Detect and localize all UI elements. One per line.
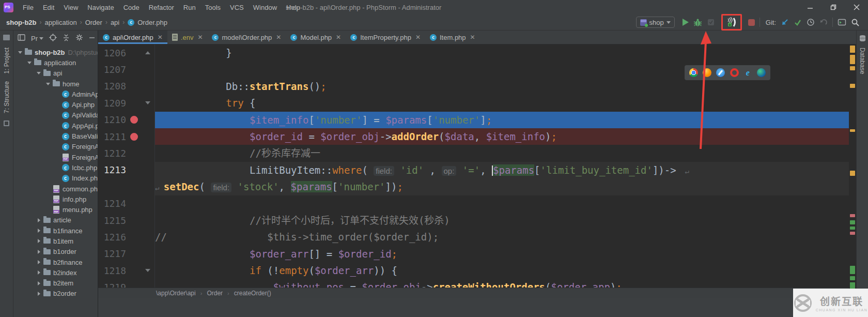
tool-tab-database[interactable]: Database xyxy=(859,48,866,74)
code-line[interactable]: 1214 xyxy=(98,195,856,212)
close-icon[interactable]: ✕ xyxy=(158,34,163,41)
breadcrumb-item[interactable]: Order.php xyxy=(137,19,167,26)
fold-gutter[interactable] xyxy=(142,269,154,272)
history-icon[interactable] xyxy=(807,18,815,26)
tree-item-adminapi[interactable]: cAdminApi xyxy=(13,89,98,99)
code-line[interactable]: 1212 //秒杀库存减一 xyxy=(98,145,856,161)
tree-item-home[interactable]: home xyxy=(13,79,98,89)
commit-tool-icon[interactable] xyxy=(4,120,9,126)
error-stripe-mark[interactable] xyxy=(850,84,855,88)
menu-window[interactable]: Window xyxy=(249,0,282,14)
tree-expand-arrow[interactable] xyxy=(35,229,42,233)
code-line[interactable]: 1217 $order_arr[] = $order_id; xyxy=(98,246,856,262)
tree-item-index-php[interactable]: cIndex.php xyxy=(13,173,98,184)
close-button[interactable] xyxy=(845,0,868,14)
ie-icon[interactable]: e xyxy=(743,68,752,77)
tree-item-api[interactable]: api xyxy=(13,68,98,79)
tree-item-basevalida[interactable]: cBaseValida xyxy=(13,131,98,141)
tree-expand-arrow[interactable] xyxy=(35,218,42,222)
project-tool-icon[interactable] xyxy=(3,35,10,40)
safari-icon[interactable] xyxy=(716,68,725,77)
editor-tab[interactable]: .env✕ xyxy=(167,31,208,44)
code-editor[interactable]: 1206 }12071208 Db::startTrans();1209 try… xyxy=(98,44,856,288)
tree-expand-arrow[interactable] xyxy=(35,260,42,264)
edge-icon[interactable] xyxy=(757,68,766,77)
editor-tab[interactable]: cItem.php✕ xyxy=(425,31,480,44)
settings-gear-icon[interactable] xyxy=(75,34,83,43)
code-line[interactable]: ↵ setDec( field: 'stock', $params['numbe… xyxy=(98,178,856,195)
tree-item-api-php[interactable]: cApi.php xyxy=(13,99,98,110)
breadcrumb-item[interactable]: application xyxy=(45,19,77,26)
minimize-button[interactable] xyxy=(798,0,822,14)
tree-expand-arrow[interactable] xyxy=(44,83,52,85)
menu-navigate[interactable]: Navigate xyxy=(83,0,118,14)
tree-expand-arrow[interactable] xyxy=(17,51,24,54)
tree-item-shop-b2b[interactable]: shop-b2bD:\phpstudy xyxy=(13,47,98,57)
menu-view[interactable]: View xyxy=(59,0,83,14)
debug-button[interactable] xyxy=(693,18,702,27)
locate-file-icon[interactable] xyxy=(49,34,57,43)
error-stripe-mark[interactable] xyxy=(850,220,855,224)
error-stripe-mark[interactable] xyxy=(850,214,855,217)
fold-gutter[interactable] xyxy=(142,51,154,54)
tree-item-foreignap[interactable]: cForeignAp xyxy=(13,142,98,152)
code-line[interactable]: 1206 } xyxy=(98,44,856,61)
run-config-selector[interactable]: shop xyxy=(636,17,675,28)
menu-code[interactable]: Code xyxy=(119,0,144,14)
stop-button[interactable] xyxy=(748,19,755,26)
tree-item-info-php[interactable]: info.php xyxy=(13,194,98,204)
menu-edit[interactable]: Edit xyxy=(38,0,59,14)
tree-expand-arrow[interactable] xyxy=(35,292,42,296)
rollback-icon[interactable] xyxy=(819,18,828,26)
error-stripe-mark[interactable] xyxy=(850,129,855,132)
code-line[interactable]: 1211 $order_id = $order_obj->addOrder($d… xyxy=(98,128,856,145)
editor-breadcrumb-item[interactable]: createOrder() xyxy=(234,290,271,297)
error-stripe-mark[interactable] xyxy=(850,227,855,230)
hide-panel-icon[interactable] xyxy=(89,35,95,42)
tree-item-b1order[interactable]: b1order xyxy=(13,247,98,257)
tool-tab-structure[interactable]: 7: Structure xyxy=(3,81,10,113)
tree-expand-arrow[interactable] xyxy=(26,62,33,64)
menu-vcs[interactable]: VCS xyxy=(225,0,249,14)
git-commit-button[interactable] xyxy=(794,18,802,26)
collapse-all-icon[interactable] xyxy=(63,34,70,43)
tree-item-b1finance[interactable]: b1finance xyxy=(13,225,98,236)
error-stripe-mark[interactable] xyxy=(850,55,855,64)
editor-tab[interactable]: capi\Order.php✕ xyxy=(98,31,167,44)
database-icon[interactable] xyxy=(859,35,866,44)
editor-tab[interactable]: cModel.php✕ xyxy=(286,31,346,44)
error-stripe-mark[interactable] xyxy=(850,171,855,176)
editor-breadcrumb-item[interactable]: \app\Order\api xyxy=(156,290,196,297)
close-icon[interactable]: ✕ xyxy=(197,34,203,41)
tree-expand-arrow[interactable] xyxy=(35,72,42,74)
project-view-selector[interactable]: Pr xyxy=(31,35,43,42)
chrome-icon[interactable] xyxy=(689,68,698,77)
breadcrumb-item[interactable]: api xyxy=(111,19,119,26)
code-line[interactable]: 1210 $item_info['number'] = $params['num… xyxy=(98,112,856,128)
error-stripe-mark[interactable] xyxy=(850,276,855,280)
code-line[interactable]: 1209 try { xyxy=(98,95,856,111)
tree-item-foreignap[interactable]: ForeignAp xyxy=(13,152,98,162)
tree-expand-arrow[interactable] xyxy=(35,239,42,243)
tree-item-common-php[interactable]: common.php xyxy=(13,184,98,194)
editor-breadcrumb-item[interactable]: Order xyxy=(207,290,223,297)
tree-item-icbc-php[interactable]: cIcbc.php xyxy=(13,162,98,173)
code-line[interactable]: 1208 Db::startTrans(); xyxy=(98,78,856,95)
error-stripe-mark[interactable] xyxy=(850,46,855,53)
tree-item-b2order[interactable]: b2order xyxy=(13,289,98,299)
coverage-icon[interactable] xyxy=(707,18,715,26)
code-line[interactable]: 1213 LimitBuyItem::where( field: 'id' , … xyxy=(98,162,856,178)
tree-expand-arrow[interactable] xyxy=(35,270,42,275)
close-icon[interactable]: ✕ xyxy=(415,34,421,41)
terminal-icon[interactable] xyxy=(838,18,846,26)
code-line[interactable]: 1219 $without_pos = $order_obj->createWi… xyxy=(98,279,856,288)
opera-icon[interactable] xyxy=(730,68,739,77)
tree-item-application[interactable]: application xyxy=(13,57,98,68)
breakpoint[interactable] xyxy=(126,116,142,124)
tree-item-appapi-ph[interactable]: cAppApi.ph xyxy=(13,120,98,131)
error-stripe-mark[interactable] xyxy=(850,66,855,70)
tree-item-b1item[interactable]: b1item xyxy=(13,236,98,246)
run-button[interactable] xyxy=(683,19,689,26)
error-stripe-mark[interactable] xyxy=(850,266,855,274)
tree-item-b2item[interactable]: b2item xyxy=(13,278,98,289)
